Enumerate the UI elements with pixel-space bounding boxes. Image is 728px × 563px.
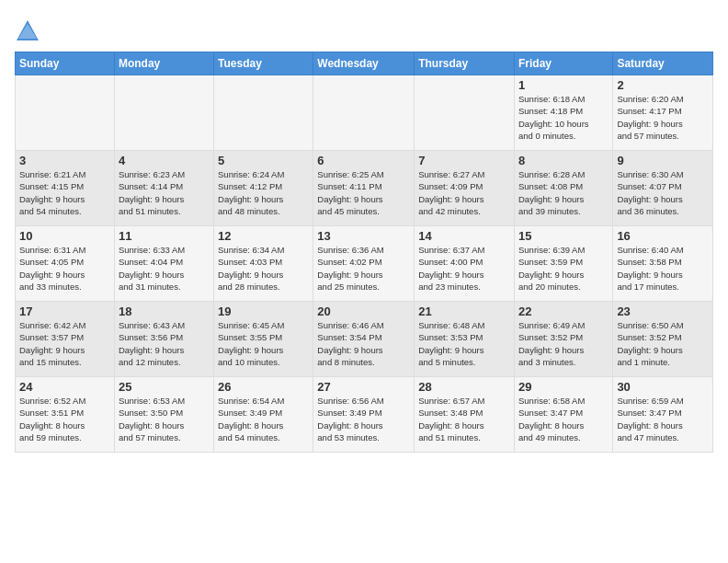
- day-number: 27: [317, 380, 410, 394]
- calendar-cell: 6Sunrise: 6:25 AM Sunset: 4:11 PM Daylig…: [313, 151, 415, 226]
- header-tuesday: Tuesday: [214, 52, 313, 75]
- calendar-cell: 11Sunrise: 6:33 AM Sunset: 4:04 PM Dayli…: [114, 226, 213, 302]
- svg-marker-1: [18, 24, 37, 39]
- header-friday: Friday: [514, 52, 612, 75]
- day-info: Sunrise: 6:39 AM Sunset: 3:59 PM Dayligh…: [518, 244, 609, 293]
- header-saturday: Saturday: [613, 52, 713, 75]
- calendar-week-4: 24Sunrise: 6:52 AM Sunset: 3:51 PM Dayli…: [16, 377, 713, 453]
- day-number: 30: [617, 380, 709, 394]
- day-info: Sunrise: 6:59 AM Sunset: 3:47 PM Dayligh…: [617, 395, 709, 443]
- day-number: 16: [617, 229, 709, 243]
- calendar-cell: 3Sunrise: 6:21 AM Sunset: 4:15 PM Daylig…: [16, 151, 115, 226]
- calendar-cell: 27Sunrise: 6:56 AM Sunset: 3:49 PM Dayli…: [313, 377, 415, 453]
- calendar-cell: 19Sunrise: 6:45 AM Sunset: 3:55 PM Dayli…: [214, 302, 313, 377]
- day-info: Sunrise: 6:53 AM Sunset: 3:50 PM Dayligh…: [119, 395, 210, 443]
- day-number: 22: [518, 304, 609, 318]
- calendar-cell: 8Sunrise: 6:28 AM Sunset: 4:08 PM Daylig…: [514, 151, 612, 226]
- day-number: 3: [19, 154, 110, 167]
- calendar-week-1: 3Sunrise: 6:21 AM Sunset: 4:15 PM Daylig…: [16, 151, 713, 226]
- day-info: Sunrise: 6:54 AM Sunset: 3:49 PM Dayligh…: [218, 395, 309, 443]
- day-info: Sunrise: 6:57 AM Sunset: 3:48 PM Dayligh…: [418, 395, 510, 443]
- calendar-cell: [313, 75, 415, 151]
- header-sunday: Sunday: [16, 52, 115, 75]
- calendar-table: Sunday Monday Tuesday Wednesday Thursday…: [15, 52, 713, 453]
- calendar-week-2: 10Sunrise: 6:31 AM Sunset: 4:05 PM Dayli…: [16, 226, 713, 302]
- day-number: 29: [518, 380, 609, 394]
- day-number: 2: [617, 78, 709, 92]
- calendar-cell: 9Sunrise: 6:30 AM Sunset: 4:07 PM Daylig…: [613, 151, 713, 226]
- day-number: 8: [518, 154, 609, 167]
- header-monday: Monday: [114, 52, 213, 75]
- calendar-cell: [214, 75, 313, 151]
- day-info: Sunrise: 6:34 AM Sunset: 4:03 PM Dayligh…: [218, 244, 309, 293]
- calendar-week-3: 17Sunrise: 6:42 AM Sunset: 3:57 PM Dayli…: [16, 302, 713, 377]
- day-info: Sunrise: 6:40 AM Sunset: 3:58 PM Dayligh…: [617, 244, 709, 293]
- day-number: 21: [418, 304, 510, 318]
- day-number: 25: [119, 380, 210, 394]
- calendar-cell: [114, 75, 213, 151]
- calendar-cell: 25Sunrise: 6:53 AM Sunset: 3:50 PM Dayli…: [114, 377, 213, 453]
- day-number: 4: [119, 154, 210, 167]
- day-info: Sunrise: 6:25 AM Sunset: 4:11 PM Dayligh…: [317, 168, 410, 217]
- day-number: 10: [19, 229, 110, 243]
- day-number: 13: [317, 229, 410, 243]
- calendar-cell: 22Sunrise: 6:49 AM Sunset: 3:52 PM Dayli…: [514, 302, 612, 377]
- header-thursday: Thursday: [415, 52, 515, 75]
- day-number: 20: [317, 304, 410, 318]
- day-info: Sunrise: 6:37 AM Sunset: 4:00 PM Dayligh…: [418, 244, 510, 293]
- logo-icon: [15, 18, 40, 44]
- day-info: Sunrise: 6:24 AM Sunset: 4:12 PM Dayligh…: [218, 168, 309, 217]
- calendar-cell: [415, 75, 515, 151]
- day-info: Sunrise: 6:52 AM Sunset: 3:51 PM Dayligh…: [19, 395, 110, 443]
- day-number: 14: [418, 229, 510, 243]
- day-info: Sunrise: 6:28 AM Sunset: 4:08 PM Dayligh…: [518, 168, 609, 217]
- calendar-cell: 10Sunrise: 6:31 AM Sunset: 4:05 PM Dayli…: [16, 226, 115, 302]
- day-number: 24: [19, 380, 110, 394]
- day-info: Sunrise: 6:21 AM Sunset: 4:15 PM Dayligh…: [19, 168, 110, 217]
- day-info: Sunrise: 6:50 AM Sunset: 3:52 PM Dayligh…: [617, 319, 709, 368]
- day-info: Sunrise: 6:23 AM Sunset: 4:14 PM Dayligh…: [119, 168, 210, 217]
- day-number: 15: [518, 229, 609, 243]
- calendar-cell: [16, 75, 115, 151]
- day-number: 18: [119, 304, 210, 318]
- header-row: Sunday Monday Tuesday Wednesday Thursday…: [16, 52, 713, 75]
- day-info: Sunrise: 6:20 AM Sunset: 4:17 PM Dayligh…: [617, 93, 709, 142]
- calendar-cell: 17Sunrise: 6:42 AM Sunset: 3:57 PM Dayli…: [16, 302, 115, 377]
- calendar-cell: 26Sunrise: 6:54 AM Sunset: 3:49 PM Dayli…: [214, 377, 313, 453]
- calendar-cell: 12Sunrise: 6:34 AM Sunset: 4:03 PM Dayli…: [214, 226, 313, 302]
- day-info: Sunrise: 6:30 AM Sunset: 4:07 PM Dayligh…: [617, 168, 709, 217]
- calendar-body: 1Sunrise: 6:18 AM Sunset: 4:18 PM Daylig…: [16, 75, 713, 453]
- calendar-cell: 5Sunrise: 6:24 AM Sunset: 4:12 PM Daylig…: [214, 151, 313, 226]
- calendar-cell: 1Sunrise: 6:18 AM Sunset: 4:18 PM Daylig…: [514, 75, 612, 151]
- day-info: Sunrise: 6:49 AM Sunset: 3:52 PM Dayligh…: [518, 319, 609, 368]
- day-number: 12: [218, 229, 309, 243]
- day-info: Sunrise: 6:18 AM Sunset: 4:18 PM Dayligh…: [518, 93, 609, 142]
- day-info: Sunrise: 6:56 AM Sunset: 3:49 PM Dayligh…: [317, 395, 410, 443]
- day-info: Sunrise: 6:27 AM Sunset: 4:09 PM Dayligh…: [418, 168, 510, 217]
- calendar-cell: 29Sunrise: 6:58 AM Sunset: 3:47 PM Dayli…: [514, 377, 612, 453]
- day-number: 17: [19, 304, 110, 318]
- day-number: 9: [617, 154, 709, 167]
- calendar-cell: 13Sunrise: 6:36 AM Sunset: 4:02 PM Dayli…: [313, 226, 415, 302]
- calendar-cell: 16Sunrise: 6:40 AM Sunset: 3:58 PM Dayli…: [613, 226, 713, 302]
- calendar-cell: 18Sunrise: 6:43 AM Sunset: 3:56 PM Dayli…: [114, 302, 213, 377]
- header-wednesday: Wednesday: [313, 52, 415, 75]
- day-info: Sunrise: 6:42 AM Sunset: 3:57 PM Dayligh…: [19, 319, 110, 368]
- calendar-cell: 15Sunrise: 6:39 AM Sunset: 3:59 PM Dayli…: [514, 226, 612, 302]
- day-info: Sunrise: 6:58 AM Sunset: 3:47 PM Dayligh…: [518, 395, 609, 443]
- day-number: 28: [418, 380, 510, 394]
- day-info: Sunrise: 6:43 AM Sunset: 3:56 PM Dayligh…: [119, 319, 210, 368]
- day-number: 26: [218, 380, 309, 394]
- calendar-cell: 14Sunrise: 6:37 AM Sunset: 4:00 PM Dayli…: [415, 226, 515, 302]
- header: [15, 15, 713, 44]
- page-container: Sunday Monday Tuesday Wednesday Thursday…: [0, 0, 728, 460]
- calendar-cell: 2Sunrise: 6:20 AM Sunset: 4:17 PM Daylig…: [613, 75, 713, 151]
- calendar-cell: 23Sunrise: 6:50 AM Sunset: 3:52 PM Dayli…: [613, 302, 713, 377]
- calendar-week-0: 1Sunrise: 6:18 AM Sunset: 4:18 PM Daylig…: [16, 75, 713, 151]
- day-number: 5: [218, 154, 309, 167]
- logo: [15, 18, 44, 44]
- day-number: 7: [418, 154, 510, 167]
- day-info: Sunrise: 6:33 AM Sunset: 4:04 PM Dayligh…: [119, 244, 210, 293]
- day-info: Sunrise: 6:46 AM Sunset: 3:54 PM Dayligh…: [317, 319, 410, 368]
- calendar-cell: 21Sunrise: 6:48 AM Sunset: 3:53 PM Dayli…: [415, 302, 515, 377]
